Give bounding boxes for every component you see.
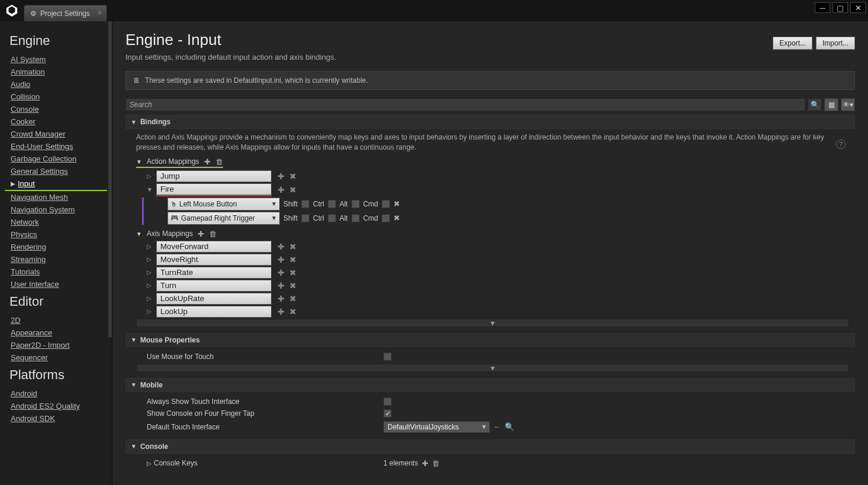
remove-icon[interactable]: ✖ bbox=[289, 268, 296, 277]
use-mouse-touch-checkbox[interactable] bbox=[383, 353, 392, 361]
remove-icon[interactable]: ✖ bbox=[289, 255, 296, 264]
remove-icon[interactable]: ✖ bbox=[289, 281, 296, 290]
nav-navmesh[interactable]: Navigation Mesh bbox=[11, 191, 107, 203]
import-button[interactable]: Import... bbox=[816, 37, 855, 50]
tab-close-icon[interactable]: × bbox=[98, 9, 102, 17]
remove-icon[interactable]: ✖ bbox=[289, 307, 296, 316]
caret-right-icon[interactable]: ▷ bbox=[147, 282, 153, 289]
nav-crowd-manager[interactable]: Crowd Manager bbox=[11, 128, 107, 140]
axis-name-input[interactable] bbox=[156, 241, 272, 253]
delete-action-mapping-icon[interactable]: 🗑 bbox=[215, 157, 223, 166]
add-icon[interactable]: ✚ bbox=[277, 242, 285, 251]
nav-sequencer[interactable]: Sequencer bbox=[11, 351, 107, 364]
section-console[interactable]: ▼ Console bbox=[125, 439, 855, 454]
sidebar[interactable]: Engine AI System Animation Audio Collisi… bbox=[0, 21, 112, 485]
nav-console[interactable]: Console bbox=[11, 103, 107, 115]
key-dropdown[interactable]: 🎮 Gamepad Right Trigger ▼ bbox=[167, 212, 280, 225]
axis-name-input[interactable] bbox=[156, 280, 272, 292]
nav-collision[interactable]: Collision bbox=[11, 90, 107, 103]
nav-animation[interactable]: Animation bbox=[11, 66, 107, 78]
remove-icon[interactable]: ✖ bbox=[289, 294, 296, 303]
window-maximize[interactable]: ▢ bbox=[832, 2, 848, 13]
nav-tutorials[interactable]: Tutorials bbox=[11, 266, 107, 278]
ctrl-checkbox[interactable] bbox=[328, 200, 336, 208]
add-action-mapping-icon[interactable]: ✚ bbox=[204, 157, 211, 166]
key-dropdown[interactable]: 🖱 Left Mouse Button ▼ bbox=[167, 198, 280, 211]
nav-streaming[interactable]: Streaming bbox=[11, 253, 107, 266]
clear-console-keys-icon[interactable]: 🗑 bbox=[432, 459, 440, 468]
nav-rendering[interactable]: Rendering bbox=[11, 241, 107, 253]
nav-input[interactable]: Input bbox=[18, 177, 35, 190]
nav-android[interactable]: Android bbox=[11, 387, 107, 400]
action-name-input[interactable] bbox=[156, 183, 272, 195]
caret-right-icon[interactable]: ▷ bbox=[147, 173, 153, 179]
cmd-checkbox[interactable] bbox=[382, 200, 390, 208]
nav-general[interactable]: General Settings bbox=[11, 165, 107, 177]
caret-down-icon[interactable]: ▼ bbox=[136, 231, 142, 237]
add-icon[interactable]: ✚ bbox=[277, 172, 285, 181]
search-input[interactable]: Search bbox=[125, 98, 805, 111]
section-bindings[interactable]: ▼ Bindings bbox=[125, 115, 855, 129]
nav-garbage[interactable]: Garbage Collection bbox=[11, 153, 107, 165]
caret-right-icon[interactable]: ▷ bbox=[147, 256, 153, 263]
section-mouse[interactable]: ▼ Mouse Properties bbox=[125, 333, 855, 347]
caret-right-icon[interactable]: ▷ bbox=[147, 243, 153, 250]
grid-view-icon[interactable]: ▦ bbox=[824, 98, 838, 111]
nav-cooker[interactable]: Cooker bbox=[11, 115, 107, 128]
remove-icon[interactable]: ✖ bbox=[289, 172, 296, 181]
add-icon[interactable]: ✚ bbox=[277, 307, 285, 316]
remove-icon[interactable]: ✖ bbox=[289, 242, 296, 251]
add-icon[interactable]: ✚ bbox=[277, 281, 285, 290]
caret-right-icon[interactable]: ▷ bbox=[147, 269, 153, 276]
touch-interface-dropdown[interactable]: DefaultVirtualJoysticks ▼ bbox=[383, 421, 490, 433]
add-icon[interactable]: ✚ bbox=[277, 268, 285, 277]
alt-checkbox[interactable] bbox=[351, 200, 360, 208]
add-icon[interactable]: ✚ bbox=[277, 255, 285, 264]
action-name-input[interactable] bbox=[156, 170, 272, 182]
tab-project-settings[interactable]: ⚙ Project Settings × bbox=[24, 5, 107, 21]
browse-icon[interactable]: 🔍 bbox=[505, 422, 514, 431]
nav-android-sdk[interactable]: Android SDK bbox=[11, 412, 107, 425]
remove-key-icon[interactable]: ✖ bbox=[393, 214, 400, 222]
nav-end-user[interactable]: End-User Settings bbox=[11, 140, 107, 153]
add-console-key-icon[interactable]: ✚ bbox=[422, 459, 428, 468]
add-axis-mapping-icon[interactable]: ✚ bbox=[198, 229, 204, 238]
shift-checkbox[interactable] bbox=[301, 200, 309, 208]
nav-network[interactable]: Network bbox=[11, 216, 107, 228]
delete-axis-mapping-icon[interactable]: 🗑 bbox=[209, 229, 217, 238]
nav-ui[interactable]: User Interface bbox=[11, 278, 107, 290]
add-icon[interactable]: ✚ bbox=[277, 294, 285, 303]
search-icon[interactable]: 🔍 bbox=[808, 98, 822, 111]
collapse-bar[interactable]: ▾ bbox=[136, 319, 849, 327]
axis-name-input[interactable] bbox=[156, 254, 272, 266]
back-arrow-icon[interactable]: ← bbox=[493, 422, 501, 431]
help-icon[interactable]: ? bbox=[836, 140, 846, 149]
caret-down-icon[interactable]: ▼ bbox=[147, 186, 153, 193]
eye-dropdown-icon[interactable]: 👁▾ bbox=[841, 98, 855, 111]
nav-audio[interactable]: Audio bbox=[11, 78, 107, 90]
caret-right-icon[interactable]: ▷ bbox=[147, 308, 153, 315]
nav-ai-system[interactable]: AI System bbox=[11, 53, 107, 66]
nav-2d[interactable]: 2D bbox=[11, 314, 107, 326]
export-button[interactable]: Export... bbox=[773, 37, 812, 50]
shift-checkbox[interactable] bbox=[301, 214, 309, 222]
axis-name-input[interactable] bbox=[156, 293, 272, 305]
always-show-touch-checkbox[interactable] bbox=[383, 397, 392, 406]
ctrl-checkbox[interactable] bbox=[328, 214, 336, 222]
axis-name-input[interactable] bbox=[156, 306, 272, 318]
nav-paper2d[interactable]: Paper2D - Import bbox=[11, 339, 107, 351]
window-close[interactable]: ✕ bbox=[850, 2, 866, 13]
add-icon[interactable]: ✚ bbox=[277, 185, 285, 195]
nav-navsystem[interactable]: Navigation System bbox=[11, 203, 107, 216]
nav-physics[interactable]: Physics bbox=[11, 228, 107, 241]
section-mobile[interactable]: ▼ Mobile bbox=[125, 378, 855, 392]
caret-down-icon[interactable]: ▼ bbox=[136, 159, 142, 165]
caret-right-icon[interactable]: ▷ bbox=[147, 295, 153, 302]
alt-checkbox[interactable] bbox=[351, 214, 360, 222]
nav-android-es2[interactable]: Android ES2 Quality bbox=[11, 400, 107, 412]
remove-icon[interactable]: ✖ bbox=[289, 185, 296, 195]
collapse-bar[interactable]: ▾ bbox=[136, 364, 849, 372]
caret-right-icon[interactable]: ▷ bbox=[147, 460, 154, 467]
window-minimize[interactable]: ─ bbox=[815, 2, 830, 13]
cmd-checkbox[interactable] bbox=[382, 214, 390, 222]
